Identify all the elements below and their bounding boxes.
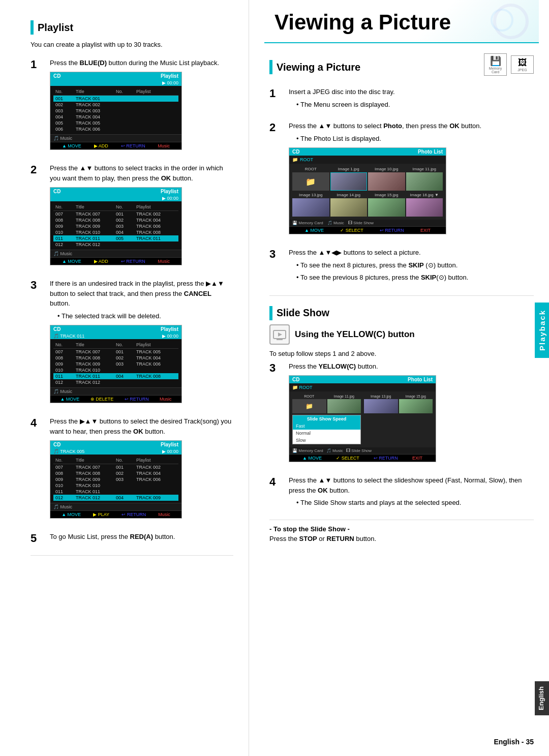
- track-row: 012TRACK 012: [53, 379, 178, 385]
- screen-4-footer: 🎵 Music: [50, 503, 181, 510]
- screen-3: CD Playlist 🎵 TRACK 011 ▶ 00:00 No.Title…: [50, 325, 182, 403]
- track-row: 009TRACK 009003TRACK 006: [53, 223, 178, 229]
- slide-show-header: Slide Show: [269, 306, 534, 320]
- screen-3-footer: 🎵 Music: [50, 387, 181, 395]
- track-row: 009TRACK 009003TRACK 006: [53, 361, 178, 367]
- step-3-text: If there is an undesired track in the pl…: [50, 279, 233, 309]
- track-row: 004TRACK 004: [53, 114, 178, 120]
- track-row: 007TRACK 007001TRACK 002: [53, 211, 178, 217]
- right-step-3-sub1: To see the next 8 pictures, press the SK…: [289, 260, 534, 270]
- yellow-step-4-content: Press the ▲▼ buttons to select the slide…: [289, 475, 534, 510]
- track-row: 006TRACK 006: [53, 126, 178, 132]
- yellow-step-3-num: 3: [269, 361, 284, 375]
- slideshow-screen-header: CD Photo List: [289, 376, 436, 383]
- right-column: Viewing a Picture Viewing a Picture 💾 Me…: [249, 0, 549, 756]
- track-row: 005TRACK 005: [53, 120, 178, 126]
- step-2-content: Press the ▲▼ buttons to select tracks in…: [50, 163, 233, 269]
- track-row: 011TRACK 011004TRACK 008: [53, 373, 178, 379]
- track-row: 011TRACK 011: [53, 489, 178, 495]
- track-row: 012TRACK 012: [53, 241, 178, 248]
- memory-card-badge: 💾 MemoryCard: [484, 53, 507, 76]
- right-step-1-sub: The Menu screen is displayed.: [289, 100, 534, 110]
- track-row: 007TRACK 007001TRACK 005: [53, 349, 178, 355]
- step-2: 2 Press the ▲▼ buttons to select tracks …: [30, 163, 233, 269]
- step-5-content: To go Music List, press the RED(A) butto…: [50, 532, 233, 545]
- screen-1-col-headers: No.TitleNo.Playlist: [53, 88, 178, 96]
- playlist-section-header: Playlist: [30, 20, 233, 35]
- screen-1-right: Playlist: [161, 73, 178, 79]
- screen-2-footer: 🎵 Music: [50, 250, 181, 257]
- step-1-content: Press the BLUE(D) button during the Musi…: [50, 58, 233, 155]
- icon-badges: 💾 MemoryCard 🖼 JPEG: [484, 53, 534, 76]
- viewing-picture-title: Viewing a Picture: [277, 62, 360, 73]
- viewing-picture-section-header: Viewing a Picture: [269, 60, 360, 74]
- photo-screen-header: CD Photo List: [289, 148, 446, 156]
- right-step-2-content: Press the ▲▼ buttons to select Photo, th…: [289, 121, 534, 238]
- right-step-1-number: 1: [269, 87, 284, 100]
- track-row: 011TRACK 011005TRACK 011: [53, 235, 178, 241]
- using-yellow-row: Using the YELLOW(C) button: [269, 324, 534, 345]
- slide-show-title: Slide Show: [277, 307, 329, 319]
- section-bar-slideshow: [269, 306, 272, 320]
- track-row: 012TRACK 012004TRACK 009: [53, 495, 178, 501]
- stop-note: - To stop the Slide Show - Press the STO…: [269, 520, 534, 542]
- playback-tab: Playback: [535, 303, 549, 358]
- track-row: 008TRACK 008002TRACK 004: [53, 470, 178, 476]
- photo-screen-buttons: ▲ MOVE ✓ SELECT ↩ RETURN EXIT: [289, 226, 446, 234]
- to-stop-text: Press the STOP or RETURN button.: [269, 535, 534, 542]
- screen-2: CD Playlist ▶ 00:00 No.TitleNo.Playlist …: [50, 187, 182, 265]
- yellow-step-3-content: Press the YELLOW(C) button. CD Photo Lis…: [289, 361, 534, 467]
- track-row: 009TRACK 009003TRACK 006: [53, 476, 178, 482]
- page-number: English - 35: [494, 738, 534, 746]
- playlist-title: Playlist: [38, 22, 73, 34]
- screen-1-body: No.TitleNo.Playlist 001TRACK 001 002TRAC…: [50, 86, 181, 134]
- yellow-step-3: 3 Press the YELLOW(C) button. CD Photo L…: [269, 361, 534, 467]
- right-step-1: 1 Insert a JPEG disc into the disc tray.…: [269, 87, 534, 112]
- yellow-step-3-text: Press the YELLOW(C) button.: [289, 361, 534, 372]
- to-setup-text: To setup follow steps 1 and 2 above.: [269, 350, 534, 357]
- screen-3-body: No.TitleNo.Playlist 007TRACK 007001TRACK…: [50, 339, 181, 387]
- step-2-text: Press the ▲▼ buttons to select tracks in…: [50, 163, 233, 183]
- step-5-number: 5: [30, 532, 45, 545]
- step-3-sub: The selected track will be deleted.: [50, 311, 233, 321]
- step-4-number: 4: [30, 416, 45, 430]
- step-1-text: Press the BLUE(D) button during the Musi…: [50, 58, 233, 68]
- yellow-step-4-num: 4: [269, 475, 284, 489]
- track-row: 010TRACK 010: [53, 482, 178, 489]
- section-bar: [30, 20, 34, 35]
- photo-list-screen: CD Photo List 📁 ROOT ROOT Image 1.jpg Im: [289, 147, 446, 234]
- screen-4-col-headers: No.TitleNo.Playlist: [53, 457, 178, 464]
- track-row: 008TRACK 008002TRACK 004: [53, 217, 178, 223]
- screen-4-buttons: ▲ MOVE ▶ PLAY ↩ RETURN Music: [50, 510, 181, 518]
- right-step-3-text: Press the ▲▼◀▶ buttons to select a pictu…: [289, 248, 534, 258]
- screen-1: CD Playlist ▶ 00:00 No.TitleNo.Playlist …: [50, 72, 182, 150]
- page-footer: English - 35: [494, 738, 534, 746]
- right-step-3-number: 3: [269, 248, 284, 261]
- step-1: 1 Press the BLUE(D) button during the Mu…: [30, 58, 233, 155]
- step-4: 4 Press the ▶▲▼ buttons to select the de…: [30, 416, 233, 523]
- track-row: 001TRACK 001: [53, 96, 178, 102]
- step-5-text: To go Music List, press the RED(A) butto…: [50, 532, 233, 542]
- memory-card-label: MemoryCard: [487, 67, 503, 74]
- english-tab: English: [535, 681, 549, 715]
- screen-4-header: CD Playlist: [50, 441, 181, 448]
- playlist-intro: You can create a playlist with up to 30 …: [30, 40, 233, 50]
- right-step-1-content: Insert a JPEG disc into the disc tray. T…: [289, 87, 534, 112]
- track-row: 002TRACK 002: [53, 102, 178, 108]
- screen-1-left: CD: [53, 73, 60, 79]
- right-step-2-text: Press the ▲▼ buttons to select Photo, th…: [289, 121, 534, 131]
- photo-root-folder: ROOT: [300, 157, 313, 162]
- step-1-number: 1: [30, 58, 45, 71]
- step-5: 5 To go Music List, press the RED(A) but…: [30, 532, 233, 545]
- step-3: 3 If there is an undesired track in the …: [30, 279, 233, 407]
- screen-2-header: CD Playlist: [50, 188, 181, 195]
- step-3-content: If there is an undesired track in the pl…: [50, 279, 233, 407]
- slideshow-screen-buttons: ▲ MOVE ✓ SELECT ↩ RETURN EXIT: [289, 454, 436, 462]
- track-row: 010TRACK 010: [53, 367, 178, 373]
- section-bar-right: [269, 60, 272, 74]
- track-row: 008TRACK 008002TRACK 004: [53, 355, 178, 361]
- big-heading: Viewing a Picture: [264, 0, 539, 43]
- slideshow-icon: [269, 324, 290, 345]
- screen-4-body: No.TitleNo.Playlist 007TRACK 007001TRACK…: [50, 455, 181, 503]
- jpeg-badge: 🖼 JPEG: [511, 55, 534, 74]
